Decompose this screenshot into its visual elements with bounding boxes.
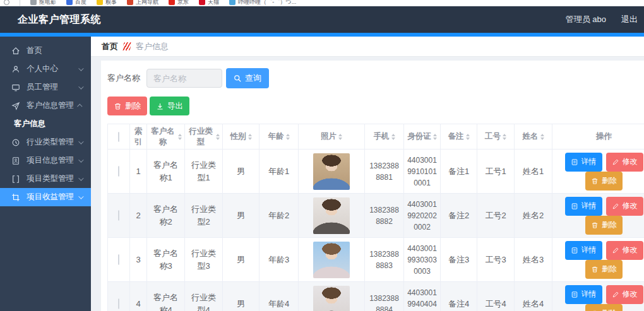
cell-index: 2: [130, 194, 147, 238]
trash-icon: [591, 266, 599, 273]
bookmark-item[interactable]: 上网导航: [127, 0, 158, 6]
clock-icon: [11, 138, 21, 147]
column-header-industry[interactable]: 行业类型: [185, 124, 223, 150]
detail-button[interactable]: 详情: [565, 197, 602, 216]
trash-icon: [591, 221, 599, 229]
send-icon: [11, 101, 21, 110]
sort-icon[interactable]: [466, 134, 470, 140]
bookmark-item[interactable]: 糗事: [97, 0, 117, 6]
edit-button[interactable]: 修改: [606, 285, 643, 304]
bookmark-item[interactable]: 哔哩哔哩（゜-゜）つ...: [229, 0, 296, 6]
sidebar-item[interactable]: 行业类型管理: [0, 133, 91, 151]
cell-person-name: 姓名4: [515, 282, 552, 311]
sidebar-item[interactable]: 项目类型管理: [0, 170, 91, 188]
edit-button[interactable]: 修改: [606, 197, 643, 216]
home-icon: [11, 46, 21, 56]
column-header-phone[interactable]: 手机: [365, 124, 404, 150]
cell-customer-name: 客户名称3: [147, 238, 185, 282]
cell-industry-type: 行业类型1: [185, 150, 223, 194]
sidebar-item[interactable]: 个人中心: [0, 60, 91, 78]
cell-industry-type: 行业类型3: [185, 238, 223, 282]
search-button[interactable]: 查询: [226, 68, 269, 88]
brackets-icon: [11, 174, 21, 184]
cell-index: 3: [130, 238, 147, 282]
detail-button[interactable]: 详情: [565, 241, 602, 260]
sidebar-item[interactable]: 项目信息管理: [0, 151, 91, 170]
row-checkbox[interactable]: [118, 298, 119, 309]
bookmark-item[interactable]: 天猫: [199, 0, 219, 6]
cell-index: 4: [130, 282, 147, 311]
column-header-remark[interactable]: 备注: [441, 124, 477, 150]
customer-name-input[interactable]: [146, 69, 222, 88]
sidebar-item[interactable]: 员工管理: [0, 78, 91, 97]
bulk-delete-button[interactable]: 删除: [107, 97, 147, 115]
cell-industry-type: 行业类型2: [185, 194, 223, 238]
cell-phone: 13823888881: [365, 150, 404, 194]
breadcrumb-home[interactable]: 首页: [102, 41, 118, 52]
sort-icon[interactable]: [178, 134, 182, 140]
detail-button[interactable]: 详情: [565, 153, 602, 172]
sort-icon[interactable]: [433, 134, 437, 140]
table-row: 4 客户名称4 行业类型4 男 年龄4 13823888884 44030019…: [108, 282, 644, 311]
customer-photo: [313, 286, 350, 311]
column-header-gender[interactable]: 性别: [223, 124, 259, 150]
sidebar: 首页 个人中心 员工管理 客户信息管理 客户信息 行业类型管理 项目信息管理 项…: [0, 37, 91, 311]
detail-button[interactable]: 详情: [565, 285, 602, 304]
export-button[interactable]: 导出: [150, 97, 189, 115]
admin-user-menu[interactable]: 管理员 abo: [566, 14, 606, 25]
reload-icon[interactable]: [4, 0, 9, 5]
crop-icon: [11, 192, 21, 202]
sidebar-item[interactable]: 首页: [0, 42, 91, 60]
bookmark-item[interactable]: 京东: [169, 0, 189, 6]
document-icon: [571, 158, 578, 166]
cell-gender: 男: [223, 150, 259, 194]
column-header-job_no[interactable]: 工号: [477, 124, 515, 150]
bookmark-item[interactable]: 抠电影: [30, 0, 56, 6]
row-checkbox[interactable]: [118, 166, 119, 177]
sidebar-item[interactable]: 客户信息管理: [0, 97, 91, 115]
cell-id-card: 440300199101010001: [404, 150, 441, 194]
row-delete-button[interactable]: 删除: [585, 216, 623, 235]
sidebar-item[interactable]: 客户信息: [0, 115, 91, 133]
edit-button[interactable]: 修改: [606, 153, 643, 172]
logout-link[interactable]: 退出: [621, 14, 638, 25]
select-all-header: [108, 124, 130, 150]
table-body: 1 客户名称1 行业类型1 男 年龄1 13823888881 44030019…: [108, 150, 644, 311]
pen-icon: [612, 291, 619, 298]
row-delete-button[interactable]: 删除: [585, 172, 623, 191]
sort-icon[interactable]: [503, 134, 506, 140]
cell-id-card: 440300199303030003: [404, 238, 441, 282]
sort-icon[interactable]: [248, 134, 252, 140]
column-header-age[interactable]: 年龄: [259, 124, 299, 150]
sort-icon[interactable]: [540, 134, 544, 140]
cell-id-card: 440300199404040004: [404, 282, 441, 311]
trash-icon: [114, 102, 122, 110]
cell-age: 年龄2: [259, 194, 299, 238]
cell-index: 1: [130, 150, 147, 194]
column-header-name[interactable]: 客户名称: [147, 124, 185, 150]
sort-icon[interactable]: [286, 134, 290, 140]
column-header-person_name[interactable]: 姓名: [515, 124, 552, 150]
sort-icon[interactable]: [338, 134, 342, 140]
table-row: 1 客户名称1 行业类型1 男 年龄1 13823888881 44030019…: [108, 150, 644, 194]
sort-icon[interactable]: [391, 134, 395, 140]
document-icon: [571, 202, 578, 210]
row-delete-button[interactable]: 删除: [585, 304, 623, 311]
customer-photo: [313, 197, 350, 234]
app-title: 企业客户管理系统: [18, 13, 101, 26]
row-checkbox[interactable]: [118, 210, 119, 221]
pen-icon: [612, 158, 619, 166]
cell-remark: 备注1: [441, 150, 477, 194]
bookmark-item[interactable]: 百度: [66, 0, 86, 6]
sort-icon[interactable]: [216, 134, 220, 140]
row-checkbox[interactable]: [118, 254, 119, 265]
row-delete-button[interactable]: 删除: [585, 260, 623, 279]
sidebar-item[interactable]: 项目收益管理: [0, 188, 91, 206]
chevron-down-icon: [78, 139, 83, 144]
bookmark-favicon: [169, 0, 175, 5]
column-header-photo[interactable]: 照片: [299, 124, 365, 150]
column-header-id_card[interactable]: 身份证: [404, 124, 441, 150]
chevron-down-icon: [78, 175, 83, 180]
edit-button[interactable]: 修改: [606, 241, 643, 260]
select-all-checkbox[interactable]: [118, 132, 119, 142]
